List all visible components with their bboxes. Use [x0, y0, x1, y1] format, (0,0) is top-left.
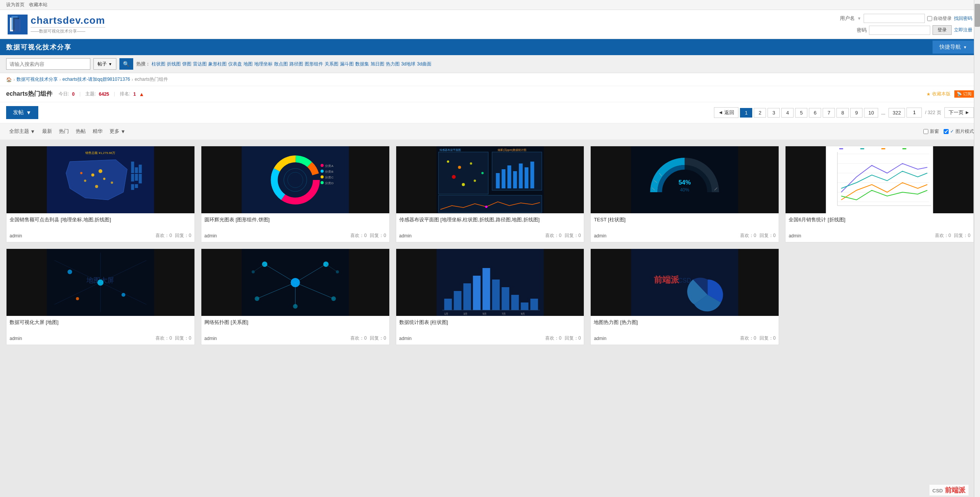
- svg-text:5月: 5月: [482, 312, 487, 315]
- hot-item-13[interactable]: 数据集: [355, 61, 369, 67]
- card-1-likes: 喜欢：0: [155, 232, 172, 239]
- svg-point-7: [91, 173, 94, 177]
- quick-nav-button[interactable]: 快捷导航 ▼: [933, 41, 974, 54]
- more-filter[interactable]: 更多 ▼: [106, 126, 129, 136]
- hot-item-11[interactable]: 关系图: [325, 61, 338, 67]
- page-jump-input[interactable]: [906, 108, 922, 118]
- hot-item-10[interactable]: 图形组件: [305, 61, 323, 67]
- hot-item-6[interactable]: 地图: [243, 61, 253, 67]
- search-type-button[interactable]: 帖子 ▼: [93, 58, 116, 70]
- search-input[interactable]: [6, 58, 90, 70]
- card-1-thumb[interactable]: 销售总额 ¥1,279.66万: [7, 146, 194, 213]
- card-8-thumb[interactable]: 1月 3月 5月 7月 9月: [396, 249, 584, 316]
- page-9-button[interactable]: 9: [850, 108, 862, 118]
- image-mode-label[interactable]: ✓ 图片模式: [944, 128, 974, 135]
- page-1-button[interactable]: 1: [740, 108, 752, 118]
- page-8-button[interactable]: 8: [836, 108, 849, 118]
- page-total: / 322 页: [925, 110, 941, 116]
- search-submit-button[interactable]: 🔍: [119, 58, 133, 70]
- register-link[interactable]: 立即注册: [954, 27, 972, 33]
- hot-item-7[interactable]: 地理坐标: [254, 61, 273, 67]
- svg-rect-114: [530, 299, 538, 310]
- card-9-stats: 喜欢：0 回复：0: [740, 335, 776, 342]
- page-10-button[interactable]: 10: [864, 108, 878, 118]
- card-6-title[interactable]: 数据可视化大屏 [地图]: [10, 319, 191, 333]
- latest-filter[interactable]: 最新: [39, 126, 55, 136]
- card-9-thumb[interactable]: CSD 前端派: [591, 249, 779, 316]
- card-5-body: 全国6月销售统计 [折线图] admin 喜欢：0 回复：0: [786, 213, 973, 242]
- card-7-title[interactable]: 网络拓扑图 [关系图]: [204, 319, 386, 333]
- hot-item-17[interactable]: 3d曲面: [417, 61, 431, 67]
- hot-item-15[interactable]: 热力图: [386, 61, 400, 67]
- hot-item-4[interactable]: 象形柱图: [208, 61, 227, 67]
- post-button[interactable]: 发帖 ▼: [6, 106, 38, 119]
- new-window-checkbox[interactable]: [923, 129, 928, 134]
- page-6-button[interactable]: 6: [809, 108, 821, 118]
- card-5-author: admin: [789, 233, 801, 239]
- password-input[interactable]: [869, 26, 930, 35]
- hot-filter[interactable]: 热门: [56, 126, 72, 136]
- page-4-button[interactable]: 4: [781, 108, 794, 118]
- hot-posts-filter[interactable]: 热帖: [73, 126, 89, 136]
- card-9-replies: 回复：0: [760, 335, 776, 342]
- page-7-button[interactable]: 7: [823, 108, 835, 118]
- card-6-thumb[interactable]: 地图大屏: [7, 249, 194, 316]
- card-4-thumb[interactable]: 54% 40%: [591, 146, 779, 213]
- card-8-meta: admin 喜欢：0 回复：0: [399, 335, 581, 342]
- forum-actions: ★ 收藏本版 📡 订阅: [926, 90, 974, 98]
- image-mode-checkbox[interactable]: [944, 129, 949, 134]
- hot-item-8[interactable]: 散点图: [274, 61, 288, 67]
- hot-item-0[interactable]: 柱状图: [152, 61, 165, 67]
- card-3-title[interactable]: 传感器布设平面图 [地理坐标,柱状图,折线图,路径图,地图,折线图]: [399, 216, 581, 230]
- card-2-title[interactable]: 圆环辉光图表 [图形组件,饼图]: [204, 216, 386, 230]
- scrollbar-thumb[interactable]: [975, 4, 980, 27]
- bookmark-link[interactable]: 收藏本站: [29, 2, 47, 8]
- card-9-title[interactable]: 地图热力图 [热力图]: [594, 319, 776, 333]
- card-7-thumb[interactable]: [201, 249, 389, 316]
- collect-button[interactable]: ★ 收藏本版: [926, 91, 951, 97]
- svg-rect-51: [501, 169, 505, 188]
- back-button[interactable]: ◄ 返回: [714, 107, 738, 118]
- hot-item-2[interactable]: 饼图: [182, 61, 191, 67]
- hot-item-5[interactable]: 仪表盘: [228, 61, 242, 67]
- next-page-button[interactable]: 下一页 ►: [944, 107, 974, 118]
- login-area: 用户名 ▼ 自动登录 找回密码 密码 登录 立即注册: [840, 14, 972, 35]
- svg-rect-105: [444, 299, 452, 310]
- auto-login-label[interactable]: 自动登录: [927, 15, 952, 22]
- breadcrumb-level2[interactable]: echarts技术-请加qq群981071376: [62, 76, 130, 83]
- page-3-button[interactable]: 3: [768, 108, 780, 118]
- featured-filter[interactable]: 精华: [90, 126, 106, 136]
- auto-login-checkbox[interactable]: [927, 16, 932, 21]
- svg-rect-108: [473, 276, 480, 310]
- all-topics-chevron-icon: ▼: [30, 129, 35, 134]
- login-button[interactable]: 登录: [933, 25, 952, 35]
- page-last-button[interactable]: 322: [889, 108, 905, 118]
- breadcrumb-level1[interactable]: 数据可视化技术分享: [16, 76, 58, 83]
- hot-item-12[interactable]: 漏斗图: [340, 61, 354, 67]
- find-password-link[interactable]: 找回密码: [954, 15, 972, 22]
- svg-point-58: [485, 206, 487, 208]
- card-5-thumb[interactable]: [786, 146, 973, 213]
- hot-item-14[interactable]: 旭日图: [371, 61, 384, 67]
- page-5-button[interactable]: 5: [795, 108, 807, 118]
- hot-item-1[interactable]: 折线图: [167, 61, 181, 67]
- card-3-replies: 回复：0: [565, 232, 581, 239]
- hot-item-9[interactable]: 路径图: [289, 61, 303, 67]
- hot-item-16[interactable]: 3d地球: [401, 61, 415, 67]
- rss-button[interactable]: 📡 订阅: [954, 90, 974, 98]
- card-3-thumb[interactable]: 传感器布设平面图 烟雾(百ppm)数据统计图: [396, 146, 584, 213]
- card-6-meta: admin 喜欢：0 回复：0: [10, 335, 191, 342]
- new-window-label[interactable]: 新窗: [923, 128, 939, 135]
- hot-item-3[interactable]: 雷达图: [193, 61, 207, 67]
- map-chart-svg: 销售总额 ¥1,279.66万: [7, 146, 194, 213]
- username-input[interactable]: [864, 14, 925, 23]
- card-8-title[interactable]: 数据统计图表 [柱状图]: [399, 319, 581, 333]
- set-home-link[interactable]: 设为首页: [6, 2, 24, 8]
- card-1-title[interactable]: 全国销售额可点击到县 [地理坐标,地图,折线图]: [10, 216, 191, 230]
- card-5-title[interactable]: 全国6月销售统计 [折线图]: [789, 216, 970, 230]
- page-2-button[interactable]: 2: [754, 108, 766, 118]
- card-2-thumb[interactable]: 分类A 分类B 分类C 分类D: [201, 146, 389, 213]
- card-4-title[interactable]: TEST [柱状图]: [594, 216, 776, 230]
- scrollbar-track[interactable]: [974, 0, 980, 351]
- all-topics-filter[interactable]: 全部主题 ▼: [6, 126, 38, 136]
